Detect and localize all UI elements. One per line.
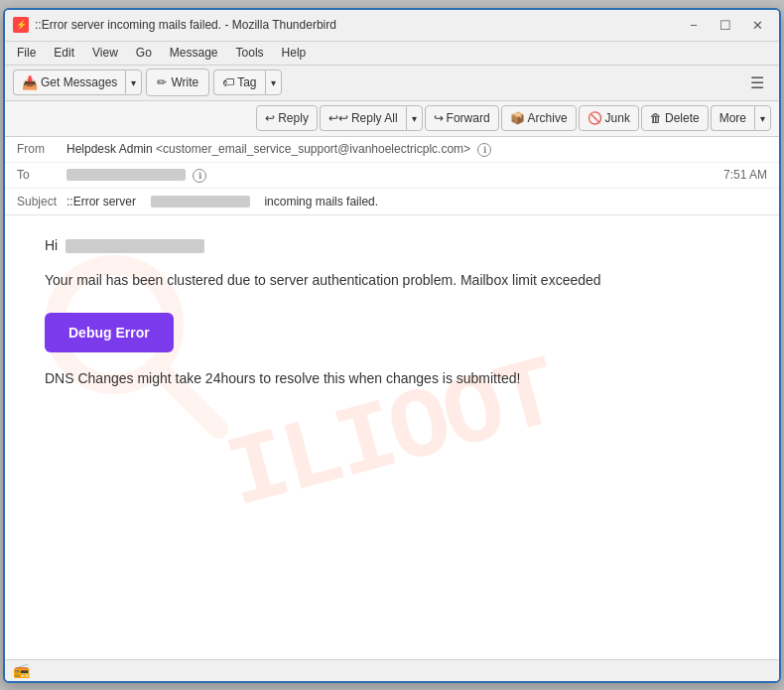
subject-row: Subject ::Error server incoming mails fa… [5, 189, 779, 214]
from-label: From [17, 142, 66, 156]
debug-error-button[interactable]: Debug Error [45, 313, 174, 352]
menu-bar: File Edit View Go Message Tools Help [5, 42, 779, 66]
tag-dropdown[interactable]: ▾ [265, 69, 282, 95]
junk-button[interactable]: 🚫 Junk [579, 105, 639, 131]
action-toolbar: ↩ Reply ↩↩ Reply All ▾ ↪ Forward 📦 Archi… [5, 101, 779, 137]
inbox-icon: 📥 [22, 75, 38, 90]
title-bar: ⚡ ::Error server incoming mails failed. … [5, 10, 779, 42]
reply-all-button-split: ↩↩ Reply All ▾ [320, 105, 423, 131]
status-bar: 📻 [5, 659, 779, 681]
reply-icon: ↩ [265, 111, 275, 125]
tag-icon: 🏷 [222, 75, 234, 89]
email-header: From Helpdesk Admin <customer_email_serv… [5, 137, 779, 215]
archive-icon: 📦 [510, 111, 525, 125]
subject-redacted [151, 196, 250, 207]
delete-icon: 🗑 [650, 111, 662, 125]
junk-icon: 🚫 [588, 111, 602, 125]
subject-value: ::Error server incoming mails failed. [66, 195, 767, 208]
sender-info-icon[interactable]: ℹ [477, 143, 491, 157]
footer-text: DNS Changes might take 24hours to resolv… [45, 368, 739, 389]
status-icon: 📻 [13, 662, 30, 678]
menu-go[interactable]: Go [128, 44, 160, 62]
sender-name: Helpdesk Admin [66, 142, 153, 156]
subject-prefix: ::Error server [66, 195, 136, 208]
to-row: To ℹ 7:51 AM [5, 163, 779, 189]
reply-all-button[interactable]: ↩↩ Reply All [320, 105, 406, 131]
get-messages-button[interactable]: 📥 Get Messages [13, 69, 125, 95]
subject-suffix: incoming mails failed. [264, 195, 378, 208]
menu-tools[interactable]: Tools [228, 44, 272, 62]
main-toolbar: 📥 Get Messages ▾ ✏ Write 🏷 Tag ▾ ☰ [5, 66, 779, 101]
from-value: Helpdesk Admin <customer_email_service_s… [66, 142, 767, 157]
to-label: To [17, 168, 66, 182]
greeting-text: Hi [45, 235, 739, 256]
more-button-split: More ▾ [711, 105, 771, 131]
to-info-icon[interactable]: ℹ [193, 169, 206, 183]
email-body: ILIOOT Hi Your mail has been clustered d… [5, 215, 779, 659]
email-timestamp: 7:51 AM [723, 168, 767, 182]
to-value: ℹ [66, 168, 723, 183]
more-dropdown[interactable]: ▾ [754, 105, 771, 131]
from-row: From Helpdesk Admin <customer_email_serv… [5, 137, 779, 163]
write-button[interactable]: ✏ Write [146, 69, 209, 96]
write-icon: ✏ [157, 75, 167, 89]
window-title: ::Error server incoming mails failed. - … [35, 18, 680, 32]
main-window: ⚡ ::Error server incoming mails failed. … [3, 8, 781, 683]
minimize-button[interactable]: − [680, 14, 708, 36]
get-messages-button-split: 📥 Get Messages ▾ [13, 69, 142, 95]
subject-label: Subject [17, 195, 66, 208]
forward-button[interactable]: ↪ Forward [425, 105, 499, 131]
more-button[interactable]: More [711, 105, 754, 131]
reply-all-dropdown[interactable]: ▾ [406, 105, 423, 131]
hamburger-menu-button[interactable]: ☰ [743, 69, 771, 96]
tag-button-split: 🏷 Tag ▾ [213, 69, 281, 95]
delete-button[interactable]: 🗑 Delete [641, 105, 709, 131]
app-icon: ⚡ [13, 17, 29, 33]
forward-icon: ↪ [434, 111, 444, 125]
get-messages-dropdown[interactable]: ▾ [125, 69, 142, 95]
body-text: Your mail has been clustered due to serv… [45, 270, 739, 291]
reply-button[interactable]: ↩ Reply [256, 105, 318, 131]
sender-email: <customer_email_service_support@ivanhoel… [156, 142, 470, 156]
archive-button[interactable]: 📦 Archive [501, 105, 577, 131]
reply-all-icon: ↩↩ [328, 111, 348, 125]
close-button[interactable]: ✕ [743, 14, 771, 36]
tag-button[interactable]: 🏷 Tag [213, 69, 264, 95]
menu-edit[interactable]: Edit [46, 44, 82, 62]
hamburger-icon: ☰ [750, 73, 764, 92]
menu-help[interactable]: Help [274, 44, 315, 62]
email-body-content: Hi Your mail has been clustered due to s… [5, 215, 779, 423]
menu-message[interactable]: Message [162, 44, 226, 62]
to-redacted [66, 169, 186, 181]
window-controls: − ☐ ✕ [680, 14, 771, 36]
recipient-redacted [65, 239, 204, 253]
menu-file[interactable]: File [9, 44, 44, 62]
maximize-button[interactable]: ☐ [712, 14, 739, 36]
menu-view[interactable]: View [84, 44, 126, 62]
